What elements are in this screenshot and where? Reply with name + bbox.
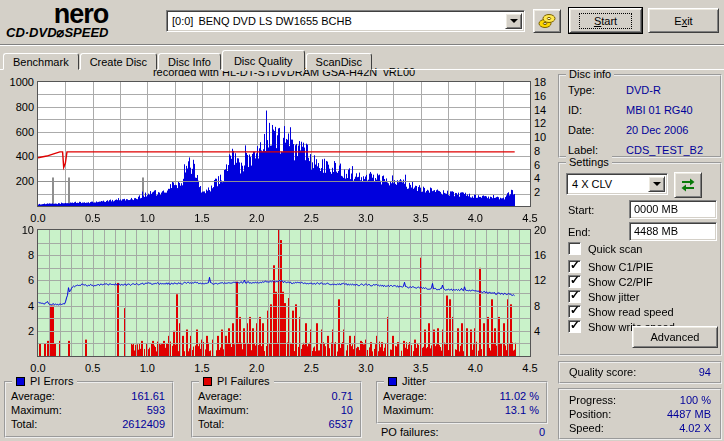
axis-tick: 3.5 (408, 212, 434, 224)
pi-failures-panel: PI Failures Average:0.71 Maximum:10 Tota… (191, 381, 362, 438)
axis-tick: 20 (534, 224, 554, 236)
check-icon: ✓ (570, 258, 580, 272)
stat-row: Average:11.02 % (383, 390, 539, 403)
show-write-speed-checkbox[interactable]: ✓ (568, 320, 581, 333)
show-c1-pie-label: Show C1/PIE (588, 260, 653, 274)
disc-info-group: Disc info Type:DVD-R ID:MBI 01 RG40 Date… (558, 74, 722, 158)
jitter-legend-icon (388, 377, 397, 386)
check-icon: ✓ (570, 303, 580, 317)
axis-tick: 0.0 (25, 362, 51, 374)
jitter-title: Jitter (402, 375, 426, 388)
axis-tick: 16 (534, 90, 554, 102)
cd-dvd-speed-logo-text: CD·DVD⌀SPEED (6, 27, 156, 39)
settings-group: Settings 4 X CLV Start: 0000 MB End: 448… (558, 162, 722, 356)
end-position-label: End: (568, 226, 591, 238)
tab-disc-info[interactable]: Disc Info (158, 53, 221, 70)
axis-tick: 1.0 (134, 362, 160, 374)
axis-tick: 10 (534, 131, 554, 143)
show-read-speed-checkbox[interactable]: ✓ (568, 305, 581, 318)
axis-tick: 800 (0, 101, 34, 113)
tab-disc-quality[interactable]: Disc Quality (222, 50, 305, 71)
nero-logo: nero CD·DVD⌀SPEED (6, 1, 156, 43)
axis-tick: 10 (0, 224, 34, 236)
quick-scan-checkbox[interactable]: ✓ (568, 242, 581, 255)
drive-selector[interactable]: [0:0] BENQ DVD LS DW1655 BCHB (166, 10, 525, 32)
drive-id: [0:0] (167, 15, 193, 27)
chevron-down-icon (653, 182, 661, 190)
pi-errors-title: PI Errors (30, 375, 73, 388)
axis-tick: 4.0 (462, 362, 488, 374)
axis-tick: 4 (0, 300, 34, 312)
tab-benchmark[interactable]: Benchmark (3, 53, 79, 70)
logo-speed: SPEED (64, 25, 108, 40)
quality-score-panel: Quality score: 94 (558, 361, 722, 384)
stat-row: Maximum:13.1 % (383, 404, 539, 417)
settings-title: Settings (566, 156, 612, 169)
pi-errors-canvas (38, 82, 530, 206)
tab-scandisc[interactable]: ScanDisc (306, 53, 372, 70)
pi-failures-title: PI Failures (217, 375, 270, 388)
stat-row: Maximum:10 (198, 404, 353, 417)
axis-tick: 4 (534, 325, 554, 337)
progress-row: Progress:100 % (569, 394, 711, 407)
axis-tick: 200 (0, 175, 34, 187)
check-icon: ✓ (570, 288, 580, 302)
scan-speed-dropdown-button[interactable] (648, 176, 665, 192)
axis-tick: 6 (0, 274, 34, 286)
pi-failures-jitter-canvas (38, 230, 530, 356)
stat-row: Average:161.61 (11, 390, 165, 403)
end-position-input[interactable]: 4488 MB (629, 222, 717, 241)
nero-logo-text: nero (6, 1, 156, 27)
quality-score-value: 94 (699, 366, 711, 378)
check-icon: ✓ (570, 318, 580, 332)
axis-tick: 18 (534, 76, 554, 88)
pi-failures-legend-icon (203, 377, 212, 386)
pi-errors-legend-icon (16, 377, 25, 386)
scan-speed-select[interactable]: 4 X CLV (566, 173, 668, 195)
tab-create-disc[interactable]: Create Disc (80, 53, 157, 70)
axis-tick: 12 (534, 117, 554, 129)
position-row: Position:4487 MB (569, 408, 711, 421)
axis-tick: 1.5 (189, 212, 215, 224)
exit-button[interactable]: Exit (648, 8, 719, 33)
start-button[interactable]: Start (569, 8, 642, 33)
disc-info-row: Type:DVD-R (568, 84, 712, 97)
axis-tick: 0.5 (80, 362, 106, 374)
progress-panel: Progress:100 % Position:4487 MB Speed:4.… (558, 388, 722, 440)
quality-score-label: Quality score: (569, 366, 636, 378)
check-icon: ✓ (570, 273, 580, 287)
advanced-button[interactable]: Advanced (632, 326, 718, 348)
axis-tick: 14 (534, 104, 554, 116)
start-position-input[interactable]: 0000 MB (629, 200, 717, 219)
show-jitter-label: Show jitter (588, 290, 639, 304)
axis-tick: 8 (534, 145, 554, 157)
axis-tick: 2 (0, 325, 34, 337)
axis-tick: 2.0 (244, 212, 270, 224)
axis-tick: 0.5 (80, 212, 106, 224)
axis-tick: 2.5 (298, 362, 324, 374)
drive-selector-dropdown-button[interactable] (505, 13, 522, 29)
axis-tick: 600 (0, 126, 34, 138)
show-c2-pif-checkbox[interactable]: ✓ (568, 275, 581, 288)
axis-tick: 3.5 (408, 362, 434, 374)
axis-tick: 0.0 (25, 212, 51, 224)
axis-tick: 2 (534, 186, 554, 198)
chevron-down-icon (510, 19, 518, 27)
axis-tick: 1000 (0, 76, 34, 88)
eject-disc-button[interactable] (533, 9, 561, 33)
start-button-label: Start (579, 13, 632, 29)
tab-bar: Benchmark Create Disc Disc Info Disc Qua… (3, 49, 373, 70)
axis-tick: 400 (0, 150, 34, 162)
show-c1-pie-checkbox[interactable]: ✓ (568, 260, 581, 273)
quick-scan-label: Quick scan (588, 242, 642, 256)
axis-tick: 4.0 (462, 212, 488, 224)
logo-cd-dvd: CD·DVD (6, 25, 57, 40)
refresh-button[interactable] (674, 172, 702, 198)
axis-tick: 1.5 (189, 362, 215, 374)
axis-tick: 2.5 (298, 212, 324, 224)
axis-tick: 1.0 (134, 212, 160, 224)
speed-row: Speed:4.02 X (569, 422, 711, 435)
po-failures-row: PO failures:0 (381, 426, 545, 439)
stat-row: Total:6537 (198, 418, 353, 431)
show-jitter-checkbox[interactable]: ✓ (568, 290, 581, 303)
